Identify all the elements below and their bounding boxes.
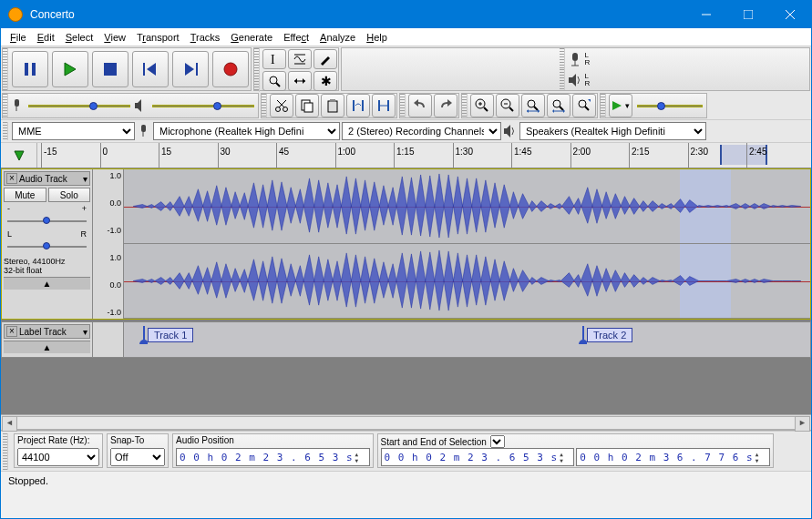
menu-view[interactable]: View <box>98 30 131 45</box>
grip[interactable] <box>3 433 8 470</box>
scale-min: -1.0 <box>95 226 121 235</box>
menu-generate[interactable]: Generate <box>225 30 278 45</box>
grip[interactable] <box>462 94 468 117</box>
label-marker-1[interactable]: Track 1 <box>139 326 193 344</box>
track-close-button[interactable]: × <box>6 326 17 337</box>
track-close-button[interactable]: × <box>6 173 17 184</box>
selection-end-field[interactable]: 0 0 h 0 2 m 3 6 . 7 7 6 s▲▼ <box>576 448 770 466</box>
undo-button[interactable] <box>408 94 432 117</box>
timeshift-tool[interactable] <box>288 71 312 91</box>
mic-icon[interactable] <box>567 51 583 67</box>
gain-slider[interactable] <box>7 215 87 228</box>
vertical-scale[interactable]: 1.0 0.0 -1.0 1.0 0.0 -1.0 <box>93 169 124 319</box>
grip[interactable] <box>560 69 565 90</box>
menu-edit[interactable]: Edit <box>32 30 60 45</box>
label-marker-2[interactable]: Track 2 <box>578 326 632 344</box>
multi-tool[interactable]: ✱ <box>313 71 337 91</box>
speaker-icon[interactable] <box>567 72 583 88</box>
time-ruler[interactable]: -1501530451:001:151:301:452:002:152:302:… <box>37 143 811 168</box>
record-volume-slider[interactable] <box>25 97 134 115</box>
play-at-speed-button[interactable] <box>609 94 632 117</box>
playback-speed-slider[interactable] <box>633 97 706 115</box>
timeline-tick: 45 <box>276 143 289 168</box>
menu-analyze[interactable]: Analyze <box>314 30 361 45</box>
minimize-button[interactable] <box>685 1 727 28</box>
redo-button[interactable] <box>434 94 457 117</box>
app-icon <box>8 7 23 22</box>
grip[interactable] <box>601 94 606 117</box>
label-text[interactable]: Track 2 <box>587 328 632 342</box>
track-collapse-button[interactable]: ▲ <box>4 277 90 290</box>
playback-volume-slider[interactable] <box>149 97 258 115</box>
fit-selection-button[interactable] <box>521 94 545 117</box>
scrollbar-track[interactable] <box>15 416 797 430</box>
audio-host-select[interactable]: MME <box>12 122 135 140</box>
label-area[interactable]: Track 1 Track 2 <box>124 322 810 357</box>
speaker-icon <box>134 98 149 113</box>
grip[interactable] <box>400 94 406 117</box>
copy-button[interactable] <box>295 94 319 117</box>
stop-button[interactable] <box>92 51 128 87</box>
track-name[interactable]: Label Track <box>19 327 81 337</box>
svg-point-12 <box>224 63 237 76</box>
selection-tool[interactable]: I <box>262 49 286 69</box>
trim-button[interactable] <box>346 94 370 117</box>
zoom-toggle-button[interactable] <box>572 94 596 117</box>
selection-start-field[interactable]: 0 0 h 0 2 m 2 3 . 6 5 3 s▲▼ <box>381 448 575 466</box>
svg-line-32 <box>279 100 286 107</box>
envelope-tool[interactable] <box>288 49 312 69</box>
waveform-left[interactable] <box>124 169 810 244</box>
grip[interactable] <box>262 94 267 117</box>
menu-transport[interactable]: Transport <box>131 30 185 45</box>
skip-start-button[interactable] <box>132 51 169 87</box>
menu-file[interactable]: File <box>5 30 32 45</box>
svg-marker-21 <box>303 78 305 84</box>
horizontal-scrollbar[interactable] <box>1 414 811 431</box>
silence-button[interactable] <box>372 94 396 117</box>
menu-select[interactable]: Select <box>60 30 99 45</box>
zoom-tool[interactable] <box>262 71 286 91</box>
menu-effect[interactable]: Effect <box>278 30 314 45</box>
grip[interactable] <box>3 122 8 140</box>
track-menu-button[interactable]: ▾ <box>83 174 87 184</box>
paste-button[interactable] <box>321 94 344 117</box>
pinned-play-head[interactable] <box>1 143 37 168</box>
menu-help[interactable]: Help <box>361 30 393 45</box>
maximize-button[interactable] <box>727 1 769 28</box>
track-collapse-button[interactable]: ▲ <box>4 341 90 353</box>
solo-button[interactable]: Solo <box>48 188 91 202</box>
zoom-out-button[interactable] <box>496 94 519 117</box>
zoom-in-button[interactable] <box>470 94 494 117</box>
timeline[interactable]: -1501530451:001:151:301:452:002:152:302:… <box>1 143 811 168</box>
track-name[interactable]: Audio Track <box>19 174 81 184</box>
waveform-right[interactable] <box>124 244 810 319</box>
mic-icon <box>137 124 151 138</box>
pause-button[interactable] <box>12 51 48 87</box>
recording-channels-select[interactable]: 2 (Stereo) Recording Channels <box>342 122 501 140</box>
selection-format-select[interactable] <box>490 435 505 448</box>
menu-tracks[interactable]: Tracks <box>185 30 226 45</box>
audio-position-field[interactable]: 0 0 h 0 2 m 2 3 . 6 5 3 s▲▼ <box>176 448 370 466</box>
close-button[interactable] <box>769 1 811 28</box>
mute-button[interactable]: Mute <box>4 188 46 202</box>
skip-end-button[interactable] <box>172 51 209 87</box>
grip[interactable] <box>3 48 8 90</box>
cut-button[interactable] <box>270 94 293 117</box>
waveform-area[interactable] <box>124 169 810 319</box>
draw-tool[interactable] <box>313 49 337 69</box>
grip[interactable] <box>3 94 8 117</box>
play-button[interactable] <box>52 51 88 87</box>
pan-slider[interactable] <box>7 240 87 253</box>
project-rate-select[interactable]: 44100 <box>17 448 99 466</box>
record-button[interactable] <box>212 51 249 87</box>
track-menu-button[interactable]: ▾ <box>83 327 87 337</box>
fit-project-button[interactable] <box>547 94 570 117</box>
tools-toolbar: I ✱ <box>253 47 339 91</box>
svg-marker-66 <box>504 125 510 137</box>
grip[interactable] <box>254 48 260 92</box>
playback-device-select[interactable]: Speakers (Realtek High Definiti <box>519 122 706 140</box>
recording-device-select[interactable]: Microphone (Realtek High Defini <box>153 122 340 140</box>
label-text[interactable]: Track 1 <box>148 328 193 342</box>
grip[interactable] <box>560 48 565 69</box>
snap-to-select[interactable]: Off <box>110 448 165 466</box>
